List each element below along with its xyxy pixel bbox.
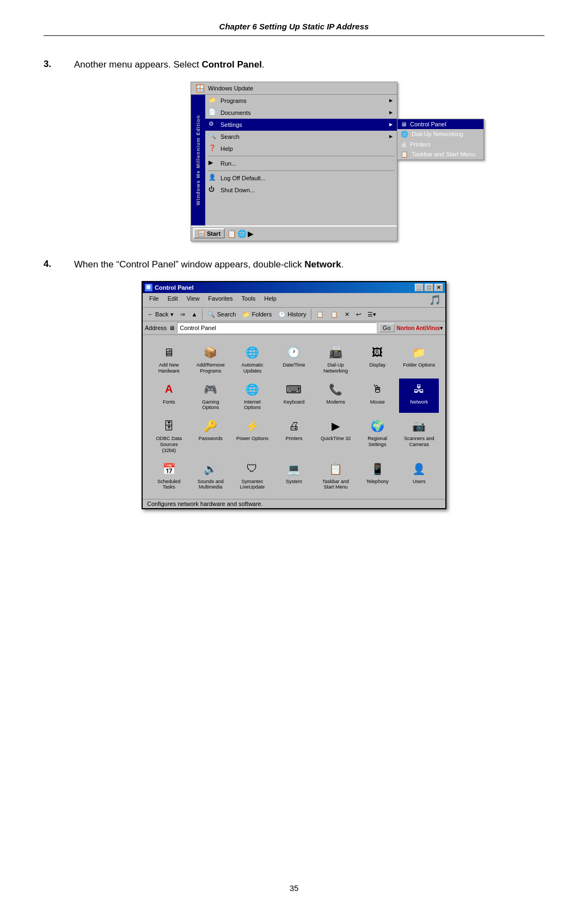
close-button[interactable]: ✕: [434, 284, 443, 291]
cp-icon-mouse[interactable]: 🖱 Mouse: [358, 379, 397, 413]
cp-icon-automatic-updates[interactable]: 🌐 Automatic Updates: [232, 341, 272, 376]
back-button[interactable]: ← Back ▾: [145, 309, 176, 320]
menu-file[interactable]: File: [145, 294, 163, 306]
datetime-label: Date/Time: [283, 362, 305, 368]
cp-icon-printers[interactable]: 🖨 Printers: [274, 415, 314, 455]
menu-edit[interactable]: Edit: [163, 294, 182, 306]
address-field[interactable]: Control Panel: [177, 322, 377, 333]
start-menu-screenshot: 🪟 Windows Update Windows Me Millennium E…: [191, 82, 397, 241]
cp-icon-datetime[interactable]: 🕐 Date/Time: [274, 341, 314, 376]
cp-icon-symantec[interactable]: 🛡 Symantec LiveUpdate: [232, 458, 272, 493]
cp-icon-regional[interactable]: 🌍 Regional Settings: [358, 415, 397, 455]
paste-button[interactable]: 📋: [328, 309, 341, 320]
start-menu-item-search[interactable]: 🔍 Search ▶: [205, 131, 397, 143]
passwords-icon: 🔑: [202, 417, 219, 435]
display-label: Display: [369, 362, 385, 368]
cp-icon-scanners[interactable]: 📷 Scanners and Cameras: [399, 415, 439, 455]
copy-button[interactable]: 📋: [314, 309, 327, 320]
tb-sep1: [202, 309, 203, 320]
step3-text-after: .: [262, 59, 265, 70]
passwords-label: Passwords: [199, 436, 223, 442]
search-button[interactable]: 🔍 Search: [205, 309, 238, 320]
cp-icon-gaming[interactable]: 🎮 Gaming Options: [191, 379, 231, 413]
menu-view[interactable]: View: [182, 294, 204, 306]
windows-update-icon: 🪟: [195, 84, 205, 93]
add-remove-icon: 📦: [202, 344, 219, 361]
taskbar-icon-sm: 📋: [401, 151, 408, 158]
start-button-icon: 🪟: [198, 230, 205, 237]
users-icon: 👤: [411, 460, 428, 478]
cp-icon-odbc[interactable]: 🗄 ODBC Data Sources (32bit): [149, 415, 189, 455]
start-button[interactable]: 🪟 Start: [193, 228, 225, 239]
cp-icon-add-remove-programs[interactable]: 📦 Add/Remove Programs: [191, 341, 231, 376]
submenu-printers[interactable]: 🖨 Printers: [397, 139, 483, 149]
win-controls: _ □ ✕: [415, 284, 443, 291]
cp-icon-quicktime[interactable]: ▶ QuickTime 32: [316, 415, 356, 455]
menu-tools[interactable]: Tools: [237, 294, 260, 306]
cp-icon-internet[interactable]: 🌐 Internet Options: [232, 379, 272, 413]
keyboard-icon: ⌨: [285, 381, 303, 398]
start-menu-item-logoff[interactable]: 👤 Log Off Default...: [205, 172, 397, 184]
run-label: Run...: [220, 160, 236, 167]
forward-button[interactable]: ⇒: [177, 309, 188, 320]
modems-icon: 📞: [327, 381, 345, 398]
cp-icon-network[interactable]: 🖧 Network: [399, 379, 439, 413]
cp-content: 🖥 Add New Hardware 📦 Add/Remove Programs…: [143, 335, 445, 499]
up-button[interactable]: ▲: [189, 309, 200, 319]
submenu-control-panel[interactable]: 🖥 Control Panel: [397, 119, 483, 129]
start-menu-item-programs[interactable]: 📁 Programs ▶: [205, 95, 397, 107]
submenu-dialup[interactable]: 🌐 Dial-Up Networking: [397, 129, 483, 139]
maximize-button[interactable]: □: [425, 284, 433, 291]
delete-button[interactable]: ✕: [342, 309, 352, 320]
cp-icon-dialup[interactable]: 📠 Dial-Up Networking: [316, 341, 356, 376]
search-label: Search: [220, 133, 240, 140]
menu-help[interactable]: Help: [260, 294, 281, 306]
history-button[interactable]: 🕐 History: [275, 309, 309, 320]
settings-icon: ⚙: [209, 120, 217, 129]
scanners-icon: 📷: [411, 417, 428, 435]
win-titlebar: 🖥 Control Panel _ □ ✕: [143, 282, 445, 293]
cp-icon-folder-options[interactable]: 📁 Folder Options: [399, 341, 439, 376]
documents-label: Documents: [220, 109, 251, 116]
taskbar-icon1: 📋: [227, 229, 236, 238]
scheduled-icon: 📅: [160, 460, 177, 478]
start-menu-item-help[interactable]: ❓ Help: [205, 143, 397, 155]
menu-favorites[interactable]: Favorites: [204, 294, 237, 306]
cp-icon-scheduled[interactable]: 📅 Scheduled Tasks: [149, 458, 189, 493]
system-label: System: [286, 479, 302, 485]
cp-icon-fonts[interactable]: A Fonts: [149, 379, 189, 413]
divider1: [207, 156, 395, 156]
submenu-taskbar[interactable]: 📋 Taskbar and Start Menu: [397, 149, 483, 160]
cp-icon-add-new-hardware[interactable]: 🖥 Add New Hardware: [149, 341, 189, 376]
search-icon-sm: 🔍: [209, 132, 217, 141]
start-menu-item-settings[interactable]: ⚙ Settings ▶ 🖥 Control Panel 🌐 Dial-Up: [205, 119, 397, 131]
menubar: File Edit View Favorites Tools Help 🎵: [143, 293, 445, 308]
start-menu-item-run[interactable]: ▶ Run...: [205, 157, 397, 169]
auto-updates-icon: 🌐: [243, 344, 261, 361]
go-button[interactable]: Go: [379, 324, 395, 332]
cp-icon-modems[interactable]: 📞 Modems: [316, 379, 356, 413]
sounds-icon: 🔊: [202, 460, 219, 478]
undo-button[interactable]: ↩: [353, 309, 364, 320]
cp-icon-power[interactable]: ⚡ Power Options: [232, 415, 272, 455]
cp-icon-display[interactable]: 🖼 Display: [358, 341, 397, 376]
cp-icon-passwords[interactable]: 🔑 Passwords: [191, 415, 231, 455]
cp-icon-users[interactable]: 👤 Users: [399, 458, 439, 493]
internet-label: Internet Options: [236, 399, 268, 411]
cp-icon-sounds[interactable]: 🔊 Sounds and Multimedia: [191, 458, 231, 493]
internet-icon: 🌐: [243, 381, 261, 398]
start-menu-item-documents[interactable]: 📄 Documents ▶: [205, 107, 397, 119]
gaming-label: Gaming Options: [194, 399, 227, 411]
views-button[interactable]: ☰▾: [365, 309, 379, 320]
minimize-button[interactable]: _: [415, 284, 424, 291]
sounds-label: Sounds and Multimedia: [194, 479, 227, 491]
taskbar-icon2: 🌐: [237, 229, 247, 238]
cp-icon-keyboard[interactable]: ⌨ Keyboard: [274, 379, 314, 413]
cp-icon-telephony[interactable]: 📱 Telephony: [358, 458, 397, 493]
logoff-icon: 👤: [209, 174, 217, 182]
folders-button[interactable]: 📁 Folders: [240, 309, 274, 320]
cp-icon-system[interactable]: 💻 System: [274, 458, 314, 493]
step3-text-before: Another menu appears. Select: [74, 59, 201, 70]
start-menu-item-shutdown[interactable]: ⏻ Shut Down...: [205, 184, 397, 196]
cp-icon-taskbar-sm[interactable]: 📋 Taskbar and Start Menu: [316, 458, 356, 493]
